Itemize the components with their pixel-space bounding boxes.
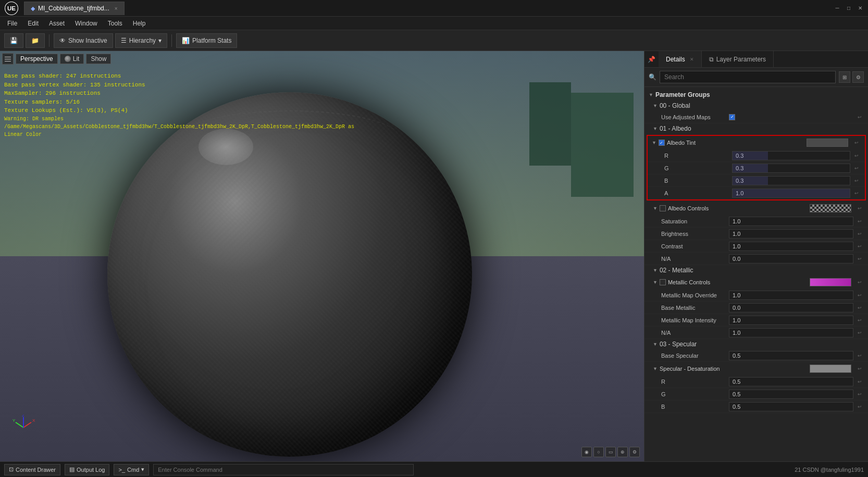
viewport-icon-5[interactable]: ⚙	[629, 447, 640, 457]
albedo-controls-header[interactable]: ▼ Albedo Controls ↩	[644, 202, 868, 215]
menu-tools[interactable]: Tools	[103, 19, 128, 28]
metallic-label: 02 - Metallic	[660, 267, 693, 274]
platform-stats-button[interactable]: 📊 Platform Stats	[176, 33, 237, 48]
metallic-na-value[interactable]: 1.0	[729, 328, 853, 337]
lit-button[interactable]: Lit	[60, 54, 84, 64]
specular-b-reset[interactable]: ↩	[855, 403, 864, 411]
param-use-adjusted-maps: Use Adjusted Maps ✓ ↩	[644, 111, 868, 123]
viewport-menu-button[interactable]	[2, 53, 14, 65]
albedo-tint-checkbox[interactable]: ✓	[659, 140, 665, 146]
panel-pin-icon[interactable]: 📌	[644, 56, 659, 63]
albedo-controls-checkbox[interactable]	[660, 205, 666, 211]
hierarchy-button[interactable]: ☰ Hierarchy ▾	[115, 33, 167, 48]
search-input[interactable]	[660, 71, 836, 83]
metallic-map-intensity-value[interactable]: 1.0	[729, 316, 853, 325]
close-button[interactable]: ✕	[857, 5, 864, 12]
albedo-tint-reset[interactable]: ↩	[852, 139, 861, 147]
a-value[interactable]: 1.0	[732, 189, 850, 198]
viewport[interactable]: Perspective Lit Show Base pass shader: 2…	[0, 51, 644, 461]
base-metallic-reset[interactable]: ↩	[855, 304, 864, 312]
specular-b-label: B	[661, 404, 729, 410]
tab-layer-parameters[interactable]: ⧉ Layer Parameters	[702, 51, 774, 67]
group-albedo-header[interactable]: ▼ 01 - Albedo	[644, 123, 868, 134]
group-specular-header[interactable]: ▼ 03 - Specular	[644, 339, 868, 349]
details-close-icon[interactable]: ✕	[690, 57, 694, 62]
a-reset[interactable]: ↩	[852, 189, 861, 197]
output-log-icon: ▤	[69, 466, 75, 473]
content-drawer-button[interactable]: ⊡ Content Drawer	[4, 464, 60, 475]
contrast-value[interactable]: 1.0	[729, 242, 853, 251]
viewport-icon-2[interactable]: ○	[593, 447, 604, 457]
albedo-na-value[interactable]: 0.0	[729, 254, 853, 263]
saturation-reset[interactable]: ↩	[855, 217, 864, 225]
brightness-value[interactable]: 1.0	[729, 229, 853, 238]
albedo-controls-color[interactable]	[810, 204, 851, 212]
settings-button[interactable]: ⚙	[852, 71, 864, 83]
metallic-map-override-reset[interactable]: ↩	[855, 291, 864, 299]
g-value[interactable]: 0.3	[732, 164, 850, 173]
metallic-chevron: ▼	[653, 268, 658, 273]
specular-desaturation-color[interactable]	[810, 365, 851, 373]
use-adjusted-maps-checkbox[interactable]: ✓	[729, 114, 735, 120]
specular-r-value[interactable]: 0.5	[729, 377, 853, 386]
browse-button[interactable]: 📁	[26, 33, 45, 48]
maximize-button[interactable]: □	[845, 5, 852, 12]
base-metallic-value[interactable]: 0.0	[729, 303, 853, 312]
b-reset[interactable]: ↩	[852, 177, 861, 185]
metallic-na-reset[interactable]: ↩	[855, 329, 864, 337]
show-inactive-button[interactable]: 👁 Show Inactive	[54, 33, 113, 48]
menu-help[interactable]: Help	[128, 19, 151, 28]
group-global-header[interactable]: ▼ 00 - Global	[644, 101, 868, 111]
brightness-reset[interactable]: ↩	[855, 230, 864, 238]
parameter-groups-header[interactable]: ▼ Parameter Groups	[644, 89, 868, 101]
console-input[interactable]	[153, 464, 414, 475]
specular-desaturation-reset[interactable]: ↩	[855, 365, 864, 373]
tab-details[interactable]: Details ✕	[659, 51, 702, 67]
contrast-reset[interactable]: ↩	[855, 242, 864, 250]
group-metallic-header[interactable]: ▼ 02 - Metallic	[644, 265, 868, 275]
platform-stats-label: Platform Stats	[192, 37, 231, 44]
viewport-icon-4[interactable]: ⊕	[617, 447, 628, 457]
cmd-button[interactable]: >_ Cmd ▾	[114, 464, 149, 475]
toolbar-separator-1	[49, 34, 49, 47]
r-value[interactable]: 0.3	[732, 151, 850, 160]
metallic-map-override-value[interactable]: 1.0	[729, 291, 853, 300]
minimize-button[interactable]: ─	[834, 5, 841, 12]
use-adjusted-maps-reset[interactable]: ↩	[855, 113, 864, 121]
viewport-icon-1[interactable]: ◉	[581, 447, 592, 457]
tab-close-icon[interactable]: ×	[115, 6, 118, 11]
specular-g-reset[interactable]: ↩	[855, 390, 864, 398]
grid-view-button[interactable]: ⊞	[839, 71, 850, 83]
perspective-button[interactable]: Perspective	[16, 54, 58, 64]
metallic-map-intensity-reset[interactable]: ↩	[855, 316, 864, 324]
specular-b-value[interactable]: 0.5	[729, 402, 853, 411]
saturation-label: Saturation	[661, 218, 729, 224]
r-reset[interactable]: ↩	[852, 152, 861, 160]
base-specular-reset[interactable]: ↩	[855, 352, 864, 360]
menu-file[interactable]: File	[2, 19, 22, 28]
viewport-icon-3[interactable]: ▭	[605, 447, 616, 457]
show-button[interactable]: Show	[86, 54, 111, 64]
albedo-na-reset[interactable]: ↩	[855, 255, 864, 263]
g-reset[interactable]: ↩	[852, 164, 861, 172]
albedo-controls-reset[interactable]: ↩	[855, 204, 864, 212]
metallic-controls-reset[interactable]: ↩	[855, 278, 864, 286]
albedo-tint-color-preview[interactable]	[807, 139, 848, 147]
metallic-controls-header[interactable]: ▼ Metallic Controls ↩	[644, 275, 868, 289]
base-specular-value[interactable]: 0.5	[729, 351, 853, 360]
metallic-controls-color[interactable]	[810, 278, 851, 286]
save-button[interactable]: 💾	[4, 33, 23, 48]
menu-edit[interactable]: Edit	[22, 19, 44, 28]
specular-desaturation-header[interactable]: ▼ Specular - Desaturation ↩	[644, 362, 868, 375]
metallic-controls-checkbox[interactable]	[660, 279, 666, 285]
main-tab[interactable]: ◆ MI_Cobblestone_tjfmbd... ×	[24, 2, 125, 15]
b-value[interactable]: 0.3	[732, 176, 850, 185]
layer-icon: ⧉	[709, 56, 714, 63]
saturation-value[interactable]: 1.0	[729, 217, 853, 226]
output-log-button[interactable]: ▤ Output Log	[65, 464, 109, 475]
specular-g-value[interactable]: 0.5	[729, 390, 853, 399]
menu-window[interactable]: Window	[70, 19, 103, 28]
lit-icon	[65, 56, 71, 62]
specular-r-reset[interactable]: ↩	[855, 378, 864, 386]
menu-asset[interactable]: Asset	[44, 19, 70, 28]
